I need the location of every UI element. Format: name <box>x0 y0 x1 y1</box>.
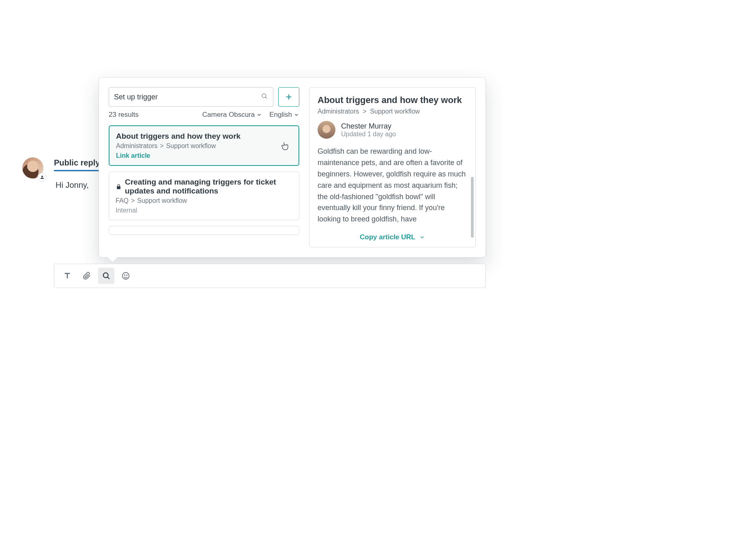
knowledge-popover: 23 results Camera Obscura English About … <box>99 77 486 258</box>
author-avatar <box>318 121 335 139</box>
brand-filter-dropdown[interactable]: Camera Obscura <box>202 111 262 119</box>
lock-icon <box>116 184 122 190</box>
requester-avatar <box>22 157 45 180</box>
svg-point-4 <box>103 273 108 278</box>
editor-toolbar <box>54 264 486 288</box>
results-count: 23 results <box>109 111 195 119</box>
preview-title: About triggers and how they work <box>318 95 467 105</box>
link-article-button[interactable]: Link article <box>116 152 292 159</box>
search-result-card[interactable] <box>109 226 299 235</box>
add-article-button[interactable] <box>278 87 299 107</box>
tab-public-reply[interactable]: Public reply <box>54 156 100 171</box>
preview-body: Goldfish can be rewarding and low-mainte… <box>318 146 467 229</box>
chevron-down-icon <box>294 112 299 118</box>
result-title: Creating and managing triggers for ticke… <box>116 178 292 196</box>
updated-timestamp: Updated 1 day ago <box>341 131 396 138</box>
chevron-down-icon <box>419 234 425 240</box>
pointer-cursor-icon <box>281 142 289 152</box>
search-icon <box>261 92 268 101</box>
search-result-card[interactable]: Creating and managing triggers for ticke… <box>109 172 299 220</box>
scrollbar[interactable] <box>471 177 474 238</box>
article-search-input[interactable] <box>114 93 261 101</box>
copy-article-url-button[interactable]: Copy article URL <box>318 229 467 241</box>
svg-line-1 <box>265 97 267 99</box>
svg-point-6 <box>122 273 129 279</box>
text-format-button[interactable] <box>59 268 75 284</box>
result-breadcrumb: Administrators>Support workflow <box>116 142 292 150</box>
knowledge-search-button[interactable] <box>98 268 114 284</box>
svg-point-8 <box>127 275 127 275</box>
user-badge-icon <box>38 173 47 182</box>
search-result-card[interactable]: About triggers and how they work Adminis… <box>109 125 299 166</box>
result-title: About triggers and how they work <box>116 132 292 141</box>
emoji-button[interactable] <box>118 268 134 284</box>
svg-point-0 <box>262 94 266 98</box>
language-filter-dropdown[interactable]: English <box>269 111 299 119</box>
svg-line-5 <box>107 277 110 279</box>
article-preview-panel: About triggers and how they work Adminis… <box>309 87 476 247</box>
result-breadcrumb: FAQ>Support workflow <box>116 197 292 204</box>
internal-label: Internal <box>116 207 292 214</box>
author-name: Chester Murray <box>341 122 396 131</box>
svg-point-7 <box>125 275 125 275</box>
preview-breadcrumb: Administrators > Support workflow <box>318 108 467 115</box>
chevron-down-icon <box>256 112 262 118</box>
article-search-input-wrap <box>109 87 273 107</box>
attachment-button[interactable] <box>79 268 95 284</box>
